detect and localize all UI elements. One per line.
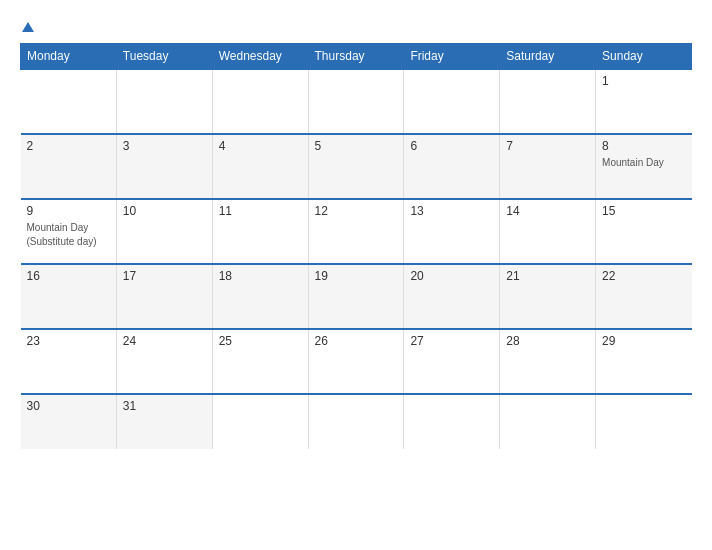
calendar-page: MondayTuesdayWednesdayThursdayFridaySatu… [0,0,712,550]
calendar-cell: 28 [500,329,596,394]
calendar-cell: 14 [500,199,596,264]
day-number: 20 [410,269,493,283]
week-row-6: 3031 [21,394,692,449]
calendar-cell: 15 [596,199,692,264]
calendar-cell: 1 [596,69,692,134]
day-number: 9 [27,204,110,218]
calendar-cell: 10 [116,199,212,264]
day-number: 28 [506,334,589,348]
header [20,18,692,33]
day-number: 16 [27,269,110,283]
day-number: 5 [315,139,398,153]
day-number: 7 [506,139,589,153]
day-number: 27 [410,334,493,348]
calendar-cell: 7 [500,134,596,199]
logo [20,18,34,33]
calendar-cell [212,69,308,134]
day-header-wednesday: Wednesday [212,44,308,70]
day-number: 21 [506,269,589,283]
day-number: 10 [123,204,206,218]
calendar-cell [308,69,404,134]
calendar-cell: 16 [21,264,117,329]
calendar-cell: 11 [212,199,308,264]
day-number: 11 [219,204,302,218]
day-number: 13 [410,204,493,218]
week-row-1: 1 [21,69,692,134]
calendar-cell [212,394,308,449]
calendar-cell: 18 [212,264,308,329]
calendar-cell: 9Mountain Day (Substitute day) [21,199,117,264]
calendar-cell [596,394,692,449]
calendar-cell: 31 [116,394,212,449]
day-number: 4 [219,139,302,153]
calendar-cell: 19 [308,264,404,329]
calendar-cell: 20 [404,264,500,329]
calendar-cell: 2 [21,134,117,199]
logo-blue-text [20,18,34,33]
week-row-2: 2345678Mountain Day [21,134,692,199]
day-number: 3 [123,139,206,153]
calendar-cell: 3 [116,134,212,199]
calendar-cell [404,69,500,134]
calendar-cell: 4 [212,134,308,199]
day-number: 12 [315,204,398,218]
holiday-label: Mountain Day [602,157,664,168]
calendar-cell: 27 [404,329,500,394]
day-header-sunday: Sunday [596,44,692,70]
calendar-cell: 17 [116,264,212,329]
week-row-3: 9Mountain Day (Substitute day)1011121314… [21,199,692,264]
calendar-table: MondayTuesdayWednesdayThursdayFridaySatu… [20,43,692,449]
calendar-cell: 21 [500,264,596,329]
logo-triangle-icon [22,22,34,32]
calendar-cell [21,69,117,134]
day-number: 15 [602,204,685,218]
days-header-row: MondayTuesdayWednesdayThursdayFridaySatu… [21,44,692,70]
week-row-4: 16171819202122 [21,264,692,329]
day-number: 29 [602,334,685,348]
calendar-cell [116,69,212,134]
day-header-monday: Monday [21,44,117,70]
day-number: 26 [315,334,398,348]
calendar-cell: 23 [21,329,117,394]
calendar-cell: 12 [308,199,404,264]
calendar-cell [404,394,500,449]
day-number: 19 [315,269,398,283]
day-number: 17 [123,269,206,283]
day-number: 18 [219,269,302,283]
holiday-label: Mountain Day (Substitute day) [27,222,97,247]
week-row-5: 23242526272829 [21,329,692,394]
day-number: 1 [602,74,685,88]
day-number: 22 [602,269,685,283]
day-number: 30 [27,399,110,413]
day-header-thursday: Thursday [308,44,404,70]
calendar-cell: 26 [308,329,404,394]
day-header-friday: Friday [404,44,500,70]
day-number: 25 [219,334,302,348]
day-number: 8 [602,139,685,153]
day-header-saturday: Saturday [500,44,596,70]
day-number: 23 [27,334,110,348]
calendar-cell: 25 [212,329,308,394]
calendar-cell: 8Mountain Day [596,134,692,199]
day-number: 6 [410,139,493,153]
day-number: 2 [27,139,110,153]
day-number: 24 [123,334,206,348]
calendar-cell [500,394,596,449]
day-number: 31 [123,399,206,413]
calendar-cell: 6 [404,134,500,199]
calendar-cell [500,69,596,134]
calendar-cell: 24 [116,329,212,394]
calendar-cell: 5 [308,134,404,199]
calendar-cell: 29 [596,329,692,394]
calendar-cell: 22 [596,264,692,329]
calendar-cell: 13 [404,199,500,264]
calendar-cell: 30 [21,394,117,449]
day-header-tuesday: Tuesday [116,44,212,70]
day-number: 14 [506,204,589,218]
calendar-cell [308,394,404,449]
